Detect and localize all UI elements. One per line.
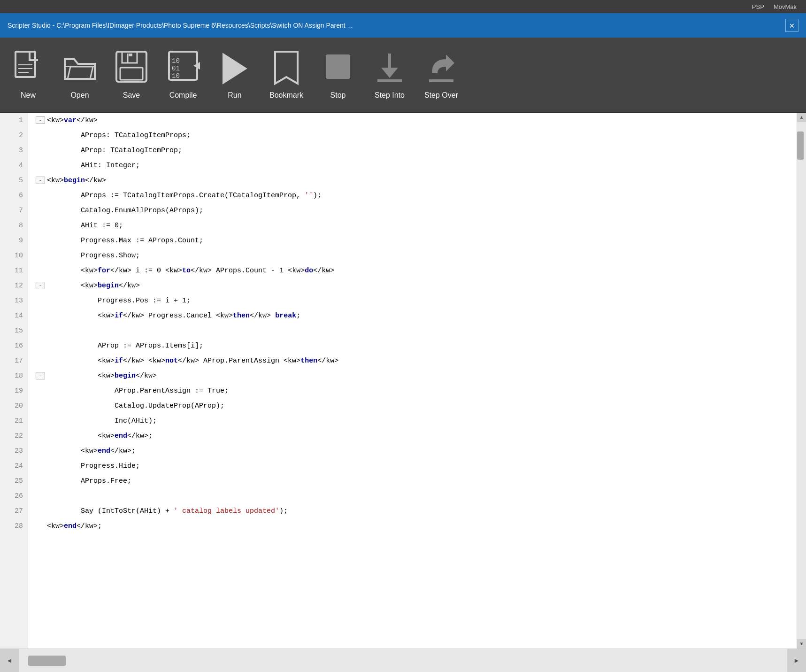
scroll-right-arrow[interactable]: ▶	[787, 649, 806, 672]
svg-rect-15	[326, 54, 350, 79]
line-number-27: 27	[0, 503, 28, 518]
run-label: Run	[228, 91, 241, 100]
line-number-26: 26	[0, 488, 28, 503]
code-line-17[interactable]: <kw>if</kw> <kw>not</kw> AProp.ParentAss…	[28, 353, 797, 368]
bookmark-button[interactable]: Bookmark	[268, 50, 305, 100]
toolbar: New Open Save	[0, 38, 806, 113]
code-line-3[interactable]: AProp: TCatalogItemProp;	[28, 143, 797, 158]
code-line-8[interactable]: AHit := 0;	[28, 218, 797, 233]
svg-text:01: 01	[172, 65, 180, 72]
line-number-20: 20	[0, 398, 28, 413]
new-doc-icon	[9, 50, 47, 87]
code-line-25[interactable]: AProps.Free;	[28, 473, 797, 488]
code-line-2[interactable]: AProps: TCatalogItemProps;	[28, 128, 797, 143]
svg-rect-6	[120, 68, 143, 80]
fold-indicator[interactable]: -	[36, 116, 45, 124]
code-line-10[interactable]: Progress.Show;	[28, 248, 797, 263]
line-number-2: 2	[0, 128, 28, 143]
fold-indicator[interactable]: -	[36, 177, 45, 184]
code-line-9[interactable]: Progress.Max := AProps.Count;	[28, 233, 797, 248]
line-number-16: 16	[0, 338, 28, 353]
movmak-label: MovMak	[774, 3, 797, 10]
code-line-18[interactable]: - <kw>begin</kw>	[28, 368, 797, 383]
code-line-22[interactable]: <kw>end</kw>;	[28, 428, 797, 443]
bookmark-flag-icon	[268, 50, 305, 87]
title-bar: Scripter Studio - C:\Program Files\IDima…	[0, 13, 806, 38]
fold-indicator[interactable]: -	[36, 282, 45, 289]
vertical-scrollbar[interactable]: ▲ ▼	[797, 113, 806, 649]
scroll-up-arrow[interactable]: ▲	[797, 113, 806, 122]
code-line-4[interactable]: AHit: Integer;	[28, 158, 797, 173]
code-line-24[interactable]: Progress.Hide;	[28, 458, 797, 473]
stop-button[interactable]: Stop	[319, 50, 357, 100]
svg-marker-14	[223, 54, 246, 84]
code-line-14[interactable]: <kw>if</kw> Progress.Cancel <kw>then</kw…	[28, 308, 797, 323]
compile-binary-icon: 10 01 10	[164, 50, 202, 87]
code-line-15[interactable]	[28, 323, 797, 338]
step-over-button[interactable]: Step Over	[422, 50, 460, 100]
code-line-1[interactable]: -<kw>var</kw>	[28, 113, 797, 128]
line-number-22: 22	[0, 428, 28, 443]
step-into-button[interactable]: Step Into	[371, 50, 408, 100]
close-button[interactable]: ✕	[785, 19, 798, 32]
compile-label: Compile	[169, 91, 197, 100]
play-triangle-icon	[216, 50, 253, 87]
stop-square-icon	[319, 50, 357, 87]
line-number-10: 10	[0, 248, 28, 263]
line-number-11: 11	[0, 263, 28, 278]
new-button[interactable]: New	[9, 50, 47, 100]
psp-label: PSP	[752, 3, 764, 10]
code-line-26[interactable]	[28, 488, 797, 503]
save-button[interactable]: Save	[113, 50, 150, 100]
line-number-28: 28	[0, 518, 28, 533]
code-line-23[interactable]: <kw>end</kw>;	[28, 443, 797, 458]
line-number-4: 4	[0, 158, 28, 173]
scroll-left-arrow[interactable]: ◀	[0, 649, 19, 672]
save-label: Save	[123, 91, 140, 100]
horizontal-scrollbar[interactable]: ◀ ▶	[0, 649, 806, 672]
bookmark-label: Bookmark	[269, 91, 303, 100]
line-number-12: 12	[0, 278, 28, 293]
run-button[interactable]: Run	[216, 50, 253, 100]
code-line-7[interactable]: Catalog.EnumAllProps(AProps);	[28, 203, 797, 218]
save-disk-icon	[113, 50, 150, 87]
line-number-19: 19	[0, 383, 28, 398]
line-number-3: 3	[0, 143, 28, 158]
fold-indicator[interactable]: -	[36, 372, 45, 379]
code-editor[interactable]: -<kw>var</kw> AProps: TCatalogItemProps;…	[28, 113, 797, 649]
open-button[interactable]: Open	[61, 50, 99, 100]
code-line-13[interactable]: Progress.Pos := i + 1;	[28, 293, 797, 308]
svg-rect-8	[129, 54, 132, 56]
code-line-5[interactable]: -<kw>begin</kw>	[28, 173, 797, 188]
line-number-14: 14	[0, 308, 28, 323]
scroll-thumb-h[interactable]	[28, 656, 66, 666]
open-label: Open	[70, 91, 89, 100]
editor-area: 1234567891011121314151617181920212223242…	[0, 113, 806, 649]
code-line-6[interactable]: AProps := TCatalogItemProps.Create(TCata…	[28, 188, 797, 203]
line-number-17: 17	[0, 353, 28, 368]
code-line-16[interactable]: AProp := AProps.Items[i];	[28, 338, 797, 353]
line-number-1: 1	[0, 113, 28, 128]
stepover-arrow-icon	[422, 50, 460, 87]
line-number-6: 6	[0, 188, 28, 203]
code-line-20[interactable]: Catalog.UpdateProp(AProp);	[28, 398, 797, 413]
svg-text:10: 10	[172, 57, 180, 65]
line-numbers: 1234567891011121314151617181920212223242…	[0, 113, 28, 649]
line-number-25: 25	[0, 473, 28, 488]
new-label: New	[21, 91, 36, 100]
line-number-9: 9	[0, 233, 28, 248]
open-folder-icon	[61, 50, 99, 87]
scroll-down-arrow[interactable]: ▼	[797, 639, 806, 649]
scroll-track-h[interactable]	[19, 649, 787, 672]
line-number-8: 8	[0, 218, 28, 233]
code-line-12[interactable]: - <kw>begin</kw>	[28, 278, 797, 293]
code-line-21[interactable]: Inc(AHit);	[28, 413, 797, 428]
code-line-27[interactable]: Say (IntToStr(AHit) + ' catalog labels u…	[28, 503, 797, 518]
code-line-11[interactable]: <kw>for</kw> i := 0 <kw>to</kw> AProps.C…	[28, 263, 797, 278]
compile-button[interactable]: 10 01 10 Compile	[164, 50, 202, 100]
code-line-28[interactable]: <kw>end</kw>;	[28, 518, 797, 533]
stepinto-arrow-icon	[371, 50, 408, 87]
code-line-19[interactable]: AProp.ParentAssign := True;	[28, 383, 797, 398]
scroll-thumb-v[interactable]	[797, 131, 804, 160]
svg-text:10: 10	[172, 72, 180, 80]
